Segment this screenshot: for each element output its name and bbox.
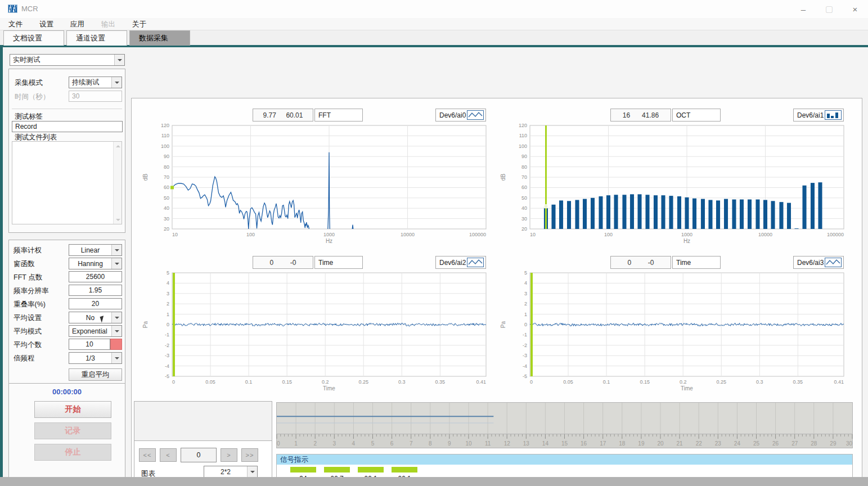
svg-text:-3: -3 [165, 353, 169, 358]
menu-about[interactable]: 关于 [124, 18, 155, 30]
nav-first-button[interactable]: << [139, 448, 156, 462]
app-logo-icon [8, 4, 17, 13]
alert-swatch [110, 339, 122, 350]
window-bottom-strip [0, 477, 868, 486]
svg-text:0.41: 0.41 [476, 379, 486, 385]
recording-timeline[interactable]: 0123456789101112131415161718192021222324… [276, 402, 853, 448]
close-button[interactable]: × [842, 0, 868, 18]
maximize-button[interactable]: ▢ [816, 0, 842, 18]
svg-text:60: 60 [521, 184, 527, 190]
nav-last-button[interactable]: >> [241, 448, 258, 462]
svg-text:20: 20 [657, 440, 664, 447]
svg-text:50: 50 [521, 195, 527, 201]
chevron-down-icon[interactable] [247, 466, 257, 477]
svg-text:8: 8 [429, 440, 432, 447]
oct-type-box[interactable]: OCT [672, 109, 721, 122]
menu-bar: 文件 设置 应用 输出 关于 [0, 18, 868, 30]
fft-channel-box[interactable]: Dev6/ai0 [435, 109, 486, 122]
fft-points-input[interactable]: 25600 [69, 271, 122, 282]
svg-text:16: 16 [581, 440, 587, 447]
nav-prev-button[interactable]: < [160, 448, 177, 462]
svg-text:100000: 100000 [827, 232, 844, 237]
svg-text:120: 120 [519, 123, 527, 128]
avg-count-input[interactable]: 10 [69, 339, 110, 350]
chevron-down-icon[interactable] [114, 55, 124, 65]
time1-cursor-readout: 0 -0 [253, 256, 313, 269]
menu-application[interactable]: 应用 [62, 18, 93, 30]
chevron-down-icon[interactable] [111, 353, 122, 363]
svg-text:-4: -4 [165, 363, 169, 369]
tab-data-acquisition[interactable]: 数据采集 [129, 30, 190, 46]
octave-select[interactable]: 1/3 [69, 352, 122, 364]
avg-setting-select[interactable]: No [69, 312, 122, 323]
freq-resolution-label: 频率分辨率 [14, 286, 49, 296]
scrollbar[interactable] [113, 142, 122, 224]
svg-text:0: 0 [172, 379, 175, 385]
svg-text:0.41: 0.41 [834, 379, 844, 385]
svg-text:30: 30 [164, 216, 169, 222]
time2-channel-box[interactable]: Dev6/ai3 [793, 256, 844, 269]
start-button[interactable]: 开始 [34, 401, 111, 418]
test-file-list[interactable] [12, 141, 122, 224]
avg-mode-select[interactable]: Exponential [69, 325, 122, 337]
display-controls-top [134, 402, 272, 441]
nav-index-value[interactable]: 0 [181, 448, 217, 462]
time2-type-box[interactable]: Time [672, 256, 721, 269]
svg-text:7: 7 [410, 440, 413, 447]
restart-average-button[interactable]: 重启平均 [69, 368, 122, 381]
fft-chart[interactable]: 2030405060708090100110120101001000100001… [140, 123, 489, 245]
signal-level-bar [358, 467, 384, 472]
svg-text:2: 2 [524, 301, 527, 307]
avg-mode-label: 平均模式 [14, 327, 42, 336]
minimize-button[interactable]: – [790, 0, 816, 18]
oct-chart[interactable]: 2030405060708090100110120101001000100001… [497, 123, 847, 245]
nav-next-button[interactable]: > [221, 448, 237, 462]
svg-text:0.3: 0.3 [756, 379, 763, 385]
svg-text:100: 100 [161, 143, 169, 149]
time2-cursor-readout: 0 -0 [610, 256, 671, 269]
menu-settings[interactable]: 设置 [31, 18, 62, 30]
time1-channel-box[interactable]: Dev6/ai2 [435, 256, 486, 269]
weighting-select[interactable]: Linear [69, 244, 122, 256]
scroll-up-icon[interactable] [114, 142, 122, 150]
oct-channel-box[interactable]: Dev6/ai1 [793, 109, 844, 122]
svg-text:1: 1 [294, 440, 298, 447]
svg-text:110: 110 [161, 133, 169, 138]
svg-text:18: 18 [619, 440, 626, 447]
tab-channel-settings[interactable]: 通道设置 [66, 30, 127, 46]
bar-chart-icon [825, 110, 842, 120]
svg-text:2: 2 [167, 301, 169, 307]
overlap-input[interactable]: 20 [69, 298, 122, 309]
svg-text:50: 50 [164, 195, 169, 201]
menu-file[interactable]: 文件 [0, 18, 31, 30]
svg-text:-5: -5 [523, 374, 527, 379]
chevron-down-icon[interactable] [111, 312, 122, 323]
chevron-down-icon[interactable] [111, 326, 122, 336]
chevron-down-icon[interactable] [111, 245, 122, 255]
time1-type-box[interactable]: Time [314, 256, 363, 269]
fft-type-box[interactable]: FFT [314, 109, 363, 122]
test-tag-input[interactable]: Record [12, 121, 123, 132]
chevron-down-icon[interactable] [111, 77, 122, 88]
test-tag-label: 测试标签 [15, 112, 43, 122]
svg-text:0: 0 [530, 379, 533, 385]
scroll-down-icon[interactable] [114, 215, 122, 224]
display-controls-box: << < 0 > >> 图表 2*2 FFT X轴显示方式 Logarithmi… [134, 401, 272, 486]
acq-mode-select[interactable]: 持续测试 [69, 76, 122, 88]
time2-chart[interactable]: -5-4-3-2-101234500.050.10.150.20.250.30.… [497, 271, 847, 392]
record-navigator: << < 0 > >> [139, 448, 268, 462]
svg-text:20: 20 [164, 226, 169, 232]
freq-resolution-input[interactable]: 1.95 [69, 285, 122, 296]
window-controls: – ▢ × [790, 0, 868, 18]
svg-text:110: 110 [519, 133, 527, 138]
chart-layout-select[interactable]: 2*2 [204, 466, 258, 478]
signal-level-bar [324, 467, 350, 472]
overlap-label: 重叠率(%) [14, 300, 46, 309]
window-func-select[interactable]: Hanning [69, 258, 122, 269]
test-mode-select[interactable]: 实时测试 [10, 54, 125, 66]
chevron-down-icon[interactable] [111, 258, 122, 269]
chart-area: 9.77 60.01 FFT Dev6/ai0 2030405060708090… [131, 98, 862, 486]
svg-text:30: 30 [521, 216, 527, 222]
tab-document-settings[interactable]: 文档设置 [3, 30, 64, 46]
time1-chart[interactable]: -5-4-3-2-101234500.050.10.150.20.250.30.… [140, 271, 489, 392]
